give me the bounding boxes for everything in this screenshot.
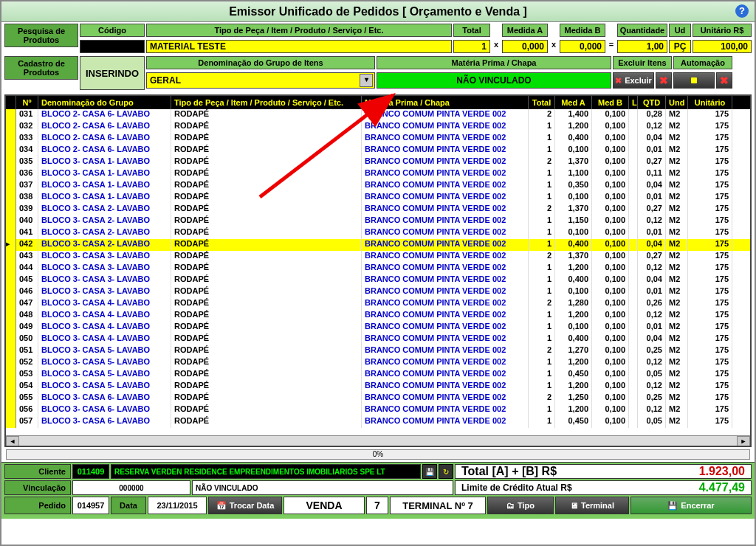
cliente-code[interactable]: 011409 — [72, 464, 109, 479]
col-no[interactable]: Nº — [16, 96, 38, 109]
table-row[interactable]: 033BLOCO 2- CASA 6- LAVABORODAPÉBRANCO C… — [6, 133, 750, 145]
col-materia[interactable]: Matéria Prima / Chapa — [362, 96, 529, 109]
col-unit[interactable]: Unitário — [688, 96, 732, 109]
table-row[interactable]: 050BLOCO 3- CASA 4- LAVABORODAPÉBRANCO C… — [6, 334, 750, 345]
encerrar-label: Encerrar — [681, 501, 714, 510]
excluir-button[interactable]: ✖Excluir — [613, 72, 654, 89]
table-row[interactable]: 034BLOCO 2- CASA 6- LAVABORODAPÉBRANCO C… — [6, 145, 750, 156]
trocar-label: Trocar Data — [230, 501, 275, 510]
pesquisa-header: Pesquisa de Produtos — [4, 24, 78, 47]
col-medb[interactable]: Med B — [592, 96, 629, 109]
venda-label: VENDA — [284, 497, 365, 514]
col-grupo[interactable]: Denominação do Grupo — [38, 96, 171, 109]
horizontal-scrollbar[interactable] — [6, 435, 750, 447]
trocar-data-button[interactable]: 📅Trocar Data — [208, 497, 282, 514]
terminal-button[interactable]: 🖥Terminal — [555, 497, 629, 514]
tipo-label: Tipo — [518, 501, 535, 510]
card-icon: 🗂 — [506, 501, 515, 510]
table-row[interactable]: 036BLOCO 3- CASA 1- LAVABORODAPÉBRANCO C… — [6, 168, 750, 180]
table-row[interactable]: 032BLOCO 2- CASA 6- LAVABORODAPÉBRANCO C… — [6, 121, 750, 133]
vinc-code[interactable]: 000000 — [72, 480, 190, 495]
cadastro-header: Cadastro de Produtos — [4, 56, 78, 80]
table-row[interactable]: 041BLOCO 3- CASA 2- LAVABORODAPÉBRANCO C… — [6, 227, 750, 239]
cliente-name: RESERVA VERDEN RESIDENCE EMPREENDIMENTOS… — [111, 464, 421, 479]
save-icon[interactable]: 💾 — [422, 464, 437, 479]
items-grid[interactable]: Nº Denominação do Grupo Tipo de Peça / I… — [4, 94, 752, 447]
table-row[interactable]: 044BLOCO 3- CASA 3- LAVABORODAPÉBRANCO C… — [6, 263, 750, 274]
tipo-header: Tipo de Peça / Item / Produto / Serviço … — [146, 24, 452, 37]
calendar-icon: 📅 — [216, 501, 227, 511]
excluir-header: Excluir Itens — [613, 56, 672, 69]
table-row[interactable]: 052BLOCO 3- CASA 5- LAVABORODAPÉBRANCO C… — [6, 357, 750, 369]
table-row[interactable]: 035BLOCO 3- CASA 1- LAVABORODAPÉBRANCO C… — [6, 156, 750, 168]
delete-x1-button[interactable]: ✖ — [656, 72, 672, 89]
unit-input[interactable]: 100,00 — [693, 40, 752, 53]
table-row[interactable]: 049BLOCO 3- CASA 4- LAVABORODAPÉBRANCO C… — [6, 322, 750, 334]
excluir-label: Excluir — [625, 76, 652, 85]
data-label: Data — [111, 497, 146, 514]
denom-header: Denominação do Grupo de Itens — [146, 56, 375, 69]
table-row[interactable]: 047BLOCO 3- CASA 4- LAVABORODAPÉBRANCO C… — [6, 298, 750, 310]
table-row[interactable]: 057BLOCO 3- CASA 6- LAVABORODAPÉBRANCO C… — [6, 416, 750, 428]
total-value: 1.923,00 — [699, 465, 745, 478]
col-l[interactable]: L — [629, 96, 638, 109]
table-row[interactable]: 046BLOCO 3- CASA 3- LAVABORODAPÉBRANCO C… — [6, 286, 750, 298]
vinculo-status[interactable]: NÃO VINCULADO — [377, 72, 611, 89]
cliente-label: Cliente — [4, 464, 71, 479]
table-row[interactable]: 056BLOCO 3- CASA 6- LAVABORODAPÉBRANCO C… — [6, 404, 750, 416]
codigo-input[interactable] — [80, 40, 145, 53]
table-row[interactable]: 053BLOCO 3- CASA 5- LAVABORODAPÉBRANCO C… — [6, 369, 750, 381]
table-row[interactable]: 037BLOCO 3- CASA 1- LAVABORODAPÉBRANCO C… — [6, 180, 750, 192]
disk-icon: 💾 — [667, 501, 678, 511]
codigo-header: Código — [80, 24, 145, 37]
table-row[interactable]: 031BLOCO 2- CASA 6- LAVABORODAPÉBRANCO C… — [6, 109, 750, 121]
vinc-label: Vinculação — [4, 480, 71, 495]
grupo-select[interactable]: GERAL — [146, 72, 375, 89]
automacao-button[interactable] — [673, 72, 715, 89]
material-input[interactable]: MATERIAL TESTE — [146, 40, 452, 53]
tipo-button[interactable]: 🗂Tipo — [487, 497, 554, 514]
table-row[interactable]: 038BLOCO 3- CASA 1- LAVABORODAPÉBRANCO C… — [6, 192, 750, 204]
col-total[interactable]: Total — [529, 96, 555, 109]
total-header: Total — [453, 24, 490, 37]
meda-input[interactable]: 0,000 — [502, 40, 548, 53]
venda-no: 7 — [366, 497, 388, 514]
bolt-icon — [691, 77, 697, 83]
limite-value: 4.477,49 — [699, 481, 745, 494]
table-row[interactable]: 051BLOCO 3- CASA 5- LAVABORODAPÉBRANCO C… — [6, 345, 750, 357]
window-title: Emissor Unificado de Pedidos [ Orçamento… — [1, 1, 755, 22]
equals: = — [607, 40, 616, 53]
table-row[interactable]: 045BLOCO 3- CASA 3- LAVABORODAPÉBRANCO C… — [6, 274, 750, 286]
unit-header: Unitário R$ — [693, 24, 752, 37]
delete-x2-button[interactable]: ✖ — [716, 72, 732, 89]
table-row[interactable]: 048BLOCO 3- CASA 4- LAVABORODAPÉBRANCO C… — [6, 310, 750, 322]
vinc-text: NÃO VINCULADO — [192, 480, 453, 495]
total-input[interactable]: 1 — [453, 40, 490, 53]
ud-input[interactable]: PÇ — [669, 40, 691, 53]
pedido-value: 014957 — [72, 497, 109, 514]
medb-header: Medida B — [560, 24, 605, 37]
col-meda[interactable]: Med A — [555, 96, 592, 109]
terminal-label: TERMINAL Nº 7 — [390, 497, 486, 514]
data-value: 23/11/2015 — [148, 497, 207, 514]
ud-header: Ud — [669, 24, 691, 37]
table-row[interactable]: 043BLOCO 3- CASA 3- LAVABORODAPÉBRANCO C… — [6, 251, 750, 263]
refresh-icon[interactable]: ↻ — [439, 464, 453, 479]
col-tipo[interactable]: Tipo de Peça / Item / Produto / Serviço … — [171, 96, 362, 109]
table-row[interactable]: 039BLOCO 3- CASA 2- LAVABORODAPÉBRANCO C… — [6, 204, 750, 215]
col-und[interactable]: Und — [666, 96, 688, 109]
table-row[interactable]: 055BLOCO 3- CASA 6- LAVABORODAPÉBRANCO C… — [6, 393, 750, 404]
mult2: x — [549, 40, 558, 53]
table-row[interactable]: ▸042BLOCO 3- CASA 2- LAVABORODAPÉBRANCO … — [6, 239, 750, 251]
qtd-input[interactable]: 1,00 — [617, 40, 667, 53]
terminal-btn-label: Terminal — [581, 501, 614, 510]
help-icon[interactable]: ? — [735, 4, 749, 18]
pedido-label: Pedido — [4, 497, 71, 514]
col-qtd[interactable]: QTD — [638, 96, 666, 109]
table-row[interactable]: 054BLOCO 3- CASA 5- LAVABORODAPÉBRANCO C… — [6, 381, 750, 393]
encerrar-button[interactable]: 💾Encerrar — [630, 497, 752, 514]
automacao-header: Automação — [673, 56, 732, 69]
medb-input[interactable]: 0,000 — [560, 40, 605, 53]
table-row[interactable]: 040BLOCO 3- CASA 2- LAVABORODAPÉBRANCO C… — [6, 215, 750, 227]
monitor-icon: 🖥 — [570, 501, 578, 510]
